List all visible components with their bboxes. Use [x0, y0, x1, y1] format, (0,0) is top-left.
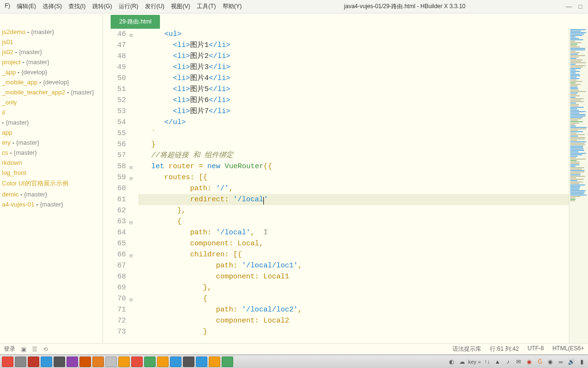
minimap[interactable] — [569, 29, 588, 343]
sidebar-project[interactable]: rkdown — [0, 158, 102, 168]
menu-item[interactable]: F) — [2, 1, 13, 12]
sidebar-project[interactable]: - {master} — [0, 117, 102, 127]
fold-icon[interactable]: ⊟ — [129, 251, 133, 262]
sidebar-project[interactable]: app — [0, 127, 102, 138]
sidebar-project[interactable]: a4-vujes-01 - {master} — [0, 199, 102, 209]
taskbar-app-icon[interactable] — [28, 356, 39, 367]
taskbar-app-icon[interactable] — [209, 356, 220, 367]
code-line[interactable]: }, — [138, 282, 569, 293]
menu-item[interactable]: 视图(V) — [168, 1, 193, 12]
sidebar-project[interactable]: log_front — [0, 168, 102, 178]
menu-item[interactable]: 工具(T) — [194, 1, 218, 12]
taskbar-app-icon[interactable] — [170, 356, 181, 367]
code-line[interactable]: { — [138, 216, 569, 227]
code-content[interactable]: <ul> <li>图片1</li> <li>图片2</li> <li>图片3</… — [129, 29, 569, 343]
tray-icon[interactable]: ◉ — [525, 357, 533, 366]
code-line[interactable]: { — [138, 293, 569, 304]
code-line[interactable]: <li>图片5</li> — [138, 84, 569, 95]
fold-icon[interactable]: ⊟ — [129, 295, 133, 306]
sync-icon[interactable]: ⟲ — [43, 346, 48, 353]
battery-icon[interactable]: ▮ — [577, 357, 586, 366]
code-line[interactable]: path: '/', — [138, 183, 569, 194]
sidebar-project[interactable]: _mobile_app - {develop} — [0, 77, 102, 87]
volume-icon[interactable]: 🔊 — [567, 357, 576, 366]
code-line[interactable]: } — [138, 326, 569, 337]
taskbar-app-icon[interactable] — [144, 356, 156, 367]
sidebar-project[interactable]: cs - {master} — [0, 148, 102, 158]
tray-icon[interactable]: ▲ — [493, 357, 502, 366]
tray-icon[interactable]: ♪ — [504, 357, 512, 366]
project-sidebar[interactable]: js2demo - {master}js01js02 - {master}pro… — [0, 13, 103, 343]
fold-icon[interactable]: ⊟ — [129, 218, 133, 229]
sidebar-project[interactable]: demic - {master} — [0, 189, 102, 199]
sidebar-project[interactable]: ıl — [0, 107, 102, 117]
sidebar-project[interactable]: js01 — [0, 37, 102, 47]
code-line[interactable]: let router = new VueRouter({ — [138, 161, 569, 172]
taskbar-app-icon[interactable] — [92, 356, 104, 367]
tray-icon[interactable]: ✉ — [514, 357, 523, 366]
code-line[interactable]: path: '/local', I — [138, 227, 569, 238]
taskbar-app-icon[interactable] — [79, 356, 91, 367]
tray-key[interactable]: key » — [468, 357, 481, 366]
taskbar-app-icon[interactable] — [222, 356, 233, 367]
code-line[interactable]: <li>图片3</li> — [138, 62, 569, 73]
language-mode[interactable]: HTML(ES6+ — [553, 345, 584, 353]
taskbar-app-icon[interactable] — [41, 356, 52, 367]
minimize-button[interactable]: — — [565, 3, 573, 10]
tray-icon[interactable]: ↑↓ — [483, 357, 491, 366]
tray-icon[interactable]: ◉ — [546, 357, 554, 366]
list-icon[interactable]: ☰ — [32, 346, 37, 353]
code-line[interactable]: routes: [{ — [138, 172, 569, 183]
code-line[interactable]: <ul> — [138, 29, 569, 40]
sidebar-project[interactable]: js02 - {master} — [0, 47, 102, 57]
fold-icon[interactable]: ⊟ — [129, 162, 133, 173]
sidebar-project[interactable]: _mobile_teacher_app2 - {master} — [0, 87, 102, 97]
sidebar-project[interactable]: _only — [0, 97, 102, 107]
syntax-hint[interactable]: 语法提示库 — [452, 345, 481, 353]
menu-item[interactable]: 跳转(G) — [90, 1, 115, 12]
sidebar-project[interactable]: js2demo - {master} — [0, 27, 102, 37]
menu-item[interactable]: 查找(I) — [66, 1, 88, 12]
menu-item[interactable]: 选择(S) — [40, 1, 65, 12]
encoding[interactable]: UTF-8 — [528, 345, 544, 353]
tray-icon[interactable]: ☁ — [458, 357, 466, 366]
tray-icon[interactable]: ◐ — [447, 357, 456, 366]
fold-icon[interactable]: ⊟ — [129, 173, 133, 184]
code-line[interactable]: </ul> — [138, 117, 569, 128]
taskbar-app-icon[interactable] — [118, 356, 130, 367]
sidebar-project[interactable]: project - {master} — [0, 57, 102, 67]
menu-item[interactable]: 发行(U) — [142, 1, 168, 12]
sidebar-project[interactable]: ery - {master} — [0, 138, 102, 148]
tab-active[interactable]: 29-路由.html — [111, 15, 160, 29]
sidebar-project[interactable]: _app - {develop} — [0, 67, 102, 77]
code-line[interactable]: <li>图片2</li> — [138, 51, 569, 62]
login-status[interactable]: 登录 — [4, 345, 15, 353]
code-line[interactable]: component: Local1 — [138, 271, 569, 282]
tray-icon[interactable]: Ǵ — [535, 357, 544, 366]
code-line[interactable]: }, — [138, 205, 569, 216]
menu-item[interactable]: 编辑(E) — [14, 1, 39, 12]
code-line[interactable]: ` — [138, 128, 569, 139]
code-line[interactable]: children: [{ — [138, 249, 569, 260]
wifi-icon[interactable]: ⫘ — [556, 357, 565, 366]
code-line[interactable]: //将超链接 和 组件绑定 — [138, 150, 569, 161]
taskbar-app-icon[interactable] — [196, 356, 207, 367]
taskbar-app-icon[interactable] — [54, 356, 65, 367]
code-line[interactable]: <li>图片7</li> — [138, 106, 569, 117]
code-line[interactable]: <li>图片6</li> — [138, 95, 569, 106]
code-line[interactable]: <li>图片4</li> — [138, 73, 569, 84]
sidebar-project[interactable]: Color UI的官格展示示例 — [0, 178, 102, 189]
code-line[interactable]: redirect: '/local' — [138, 194, 569, 205]
taskbar-app-icon[interactable] — [67, 356, 78, 367]
taskbar-app-icon[interactable] — [105, 356, 117, 367]
menu-item[interactable]: 帮助(Y) — [220, 1, 245, 12]
maximize-button[interactable]: □ — [577, 3, 584, 10]
terminal-icon[interactable]: ▣ — [21, 346, 26, 353]
taskbar-app-icon[interactable] — [2, 356, 13, 367]
code-line[interactable]: } — [138, 139, 569, 150]
code-line[interactable]: component: Local, — [138, 238, 569, 249]
taskbar-app-icon[interactable] — [131, 356, 143, 367]
taskbar-app-icon[interactable] — [157, 356, 169, 367]
code-line[interactable]: <li>图片1</li> — [138, 40, 569, 51]
taskbar-app-icon[interactable] — [183, 356, 194, 367]
